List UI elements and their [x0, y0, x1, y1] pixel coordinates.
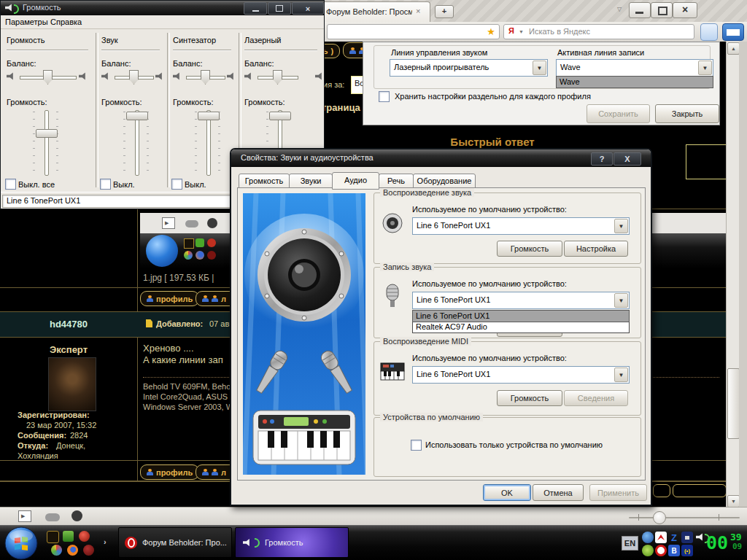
cloud-sync-icon[interactable]	[45, 513, 60, 521]
task-button-mixer[interactable]: Громкость	[235, 527, 349, 558]
save-button[interactable]: Сохранить	[587, 104, 650, 123]
mixer-maximize-button[interactable]	[268, 2, 291, 15]
username[interactable]: hd44780	[0, 319, 137, 330]
dropdown-option-line6[interactable]: Line 6 TonePort UX1	[413, 311, 629, 322]
turbo-dial-icon[interactable]	[71, 510, 82, 521]
scroll-down-icon[interactable]: ▼	[727, 495, 740, 508]
ok-button[interactable]: OK	[483, 484, 531, 501]
window-minimize-button[interactable]	[629, 2, 651, 18]
playback-settings-button[interactable]: Настройка	[564, 241, 628, 257]
combo-arrow-icon[interactable]: ▼	[614, 368, 628, 382]
cancel-button[interactable]: Отмена	[533, 484, 584, 501]
zoom-slider-thumb[interactable]	[653, 511, 666, 524]
record-line-combo[interactable]: Wave ▼	[556, 59, 713, 77]
gold-button-fragment-2[interactable]	[673, 484, 727, 497]
volume-track[interactable]	[44, 110, 49, 176]
volume-thumb[interactable]	[126, 112, 148, 120]
balance-thumb[interactable]	[43, 70, 53, 85]
playback-volume-button[interactable]: Громкость	[497, 241, 562, 257]
balance-thumb[interactable]	[129, 70, 139, 85]
tab-title: Форум Beholder: Просмо...	[326, 7, 412, 16]
volume-thumb[interactable]	[36, 129, 58, 138]
combo-arrow-icon[interactable]: ▼	[698, 61, 712, 75]
midi-about-button[interactable]: Сведения	[564, 390, 628, 406]
quicklaunch-opera-icon[interactable]	[83, 545, 94, 556]
recording-device-combo[interactable]: Line 6 TonePort UX1 ▼	[412, 292, 630, 309]
menu-params[interactable]: Параметры	[5, 18, 48, 26]
pages-icon[interactable]	[700, 23, 718, 41]
yandex-search-box[interactable]: Я ▼ Искать в Яндекс	[503, 24, 694, 39]
gold-button-fragment[interactable]	[653, 484, 670, 497]
menu-help[interactable]: Справка	[50, 18, 82, 26]
quicklaunch-app-icon[interactable]	[51, 545, 62, 556]
mixer-minimize-button[interactable]	[244, 2, 267, 15]
address-bar[interactable]: ★	[327, 24, 500, 39]
apply-button[interactable]: Применить	[589, 484, 647, 501]
quicklaunch-download-icon[interactable]	[63, 531, 74, 542]
tray-trend-icon[interactable]	[655, 545, 667, 556]
tab-list-chevron-icon[interactable]: ▽	[617, 6, 622, 12]
quicklaunch-expand-chevron[interactable]: ›	[104, 537, 107, 546]
user-rank: Эксперт	[0, 344, 137, 355]
volume-thumb[interactable]	[198, 112, 220, 120]
start-button[interactable]	[4, 526, 38, 560]
close-button[interactable]: Закрыть	[655, 104, 719, 123]
browser-tab[interactable]: Форум Beholder: Просмо... ×	[318, 1, 430, 23]
combo-arrow-icon[interactable]: ▼	[614, 293, 628, 308]
tray-b-icon[interactable]: B	[668, 545, 680, 556]
defaults-only-checkbox[interactable]	[411, 440, 422, 451]
window-restore-button[interactable]	[651, 2, 673, 18]
dialog-help-button[interactable]: ?	[591, 152, 613, 166]
zoom-slider-track[interactable]	[629, 517, 740, 518]
combo-arrow-icon[interactable]: ▼	[533, 61, 546, 75]
mixer-title-bar[interactable]: Громкость ×	[1, 1, 324, 15]
line-control-combo[interactable]: Лазерный проигрыватель ▼	[390, 59, 548, 77]
scroll-up-icon[interactable]: ▲	[727, 42, 740, 55]
tray-floppy-icon[interactable]	[681, 532, 693, 543]
mixer-close-button[interactable]: ×	[292, 2, 324, 15]
page-scrollbar[interactable]: ▲ ▼	[726, 42, 740, 507]
profile-button[interactable]: профиль	[140, 291, 199, 306]
bookmark-star-icon[interactable]: ★	[487, 26, 495, 37]
balance-thumb[interactable]	[273, 70, 282, 85]
search-engine-chevron-icon[interactable]: ▼	[519, 29, 524, 34]
midi-device-combo[interactable]: Line 6 TonePort UX1 ▼	[412, 366, 630, 384]
combo-arrow-icon[interactable]: ▼	[614, 219, 628, 233]
new-tab-button[interactable]: +	[435, 5, 454, 18]
mute-checkbox[interactable]	[171, 179, 182, 190]
tray-nvidia-icon[interactable]	[642, 545, 654, 556]
att-icon-5	[196, 251, 204, 260]
midi-volume-button[interactable]: Громкость	[497, 390, 562, 406]
task-button-browser[interactable]: Форум Beholder: Про...	[118, 527, 232, 558]
tab-volume[interactable]: Громкость	[239, 174, 290, 189]
dialog-title-bar[interactable]: Свойства: Звуки и аудиоустройства ? X	[231, 149, 651, 167]
quicklaunch-ccleaner-icon[interactable]	[79, 531, 90, 542]
tray-starforce-icon[interactable]	[642, 532, 654, 543]
dropdown-option-realtek[interactable]: Realtek AC97 Audio	[413, 322, 629, 332]
attachment-caption[interactable]: 1.jpg [ 197.53 КБ |	[143, 273, 214, 283]
balance-thumb[interactable]	[201, 70, 210, 85]
dropdown-option[interactable]: Wave	[557, 77, 713, 88]
tray-clock[interactable]: 00 39 09	[706, 530, 746, 556]
tab-sounds[interactable]: Звуки	[289, 174, 333, 189]
window-close-button[interactable]: ×	[673, 2, 697, 18]
tab-hardware[interactable]: Оборудование	[413, 174, 476, 189]
mute-checkbox[interactable]	[100, 179, 111, 190]
volume-thumb[interactable]	[269, 112, 291, 120]
language-indicator[interactable]: EN	[622, 536, 638, 551]
quicklaunch-firefox-icon[interactable]	[67, 545, 78, 556]
scrollbar-thumb[interactable]	[727, 368, 740, 439]
quicklaunch-photo-icon[interactable]	[47, 531, 59, 543]
profile-button-2[interactable]: профиль	[140, 464, 199, 480]
mail-icon[interactable]	[722, 23, 744, 41]
tray-beacon-icon[interactable]: (•)	[681, 545, 693, 556]
tray-avira-icon[interactable]	[655, 532, 667, 543]
tab-speech[interactable]: Речь	[379, 174, 414, 189]
profiles-checkbox[interactable]	[379, 91, 390, 102]
tab-close-icon[interactable]: ×	[416, 7, 420, 15]
playback-device-combo[interactable]: Line 6 TonePort UX1 ▼	[412, 217, 630, 235]
mute-all-checkbox[interactable]	[5, 179, 16, 190]
dialog-close-button[interactable]: X	[614, 152, 641, 166]
tray-z-icon[interactable]: Z	[668, 532, 680, 543]
tab-audio[interactable]: Аудио	[332, 172, 379, 190]
